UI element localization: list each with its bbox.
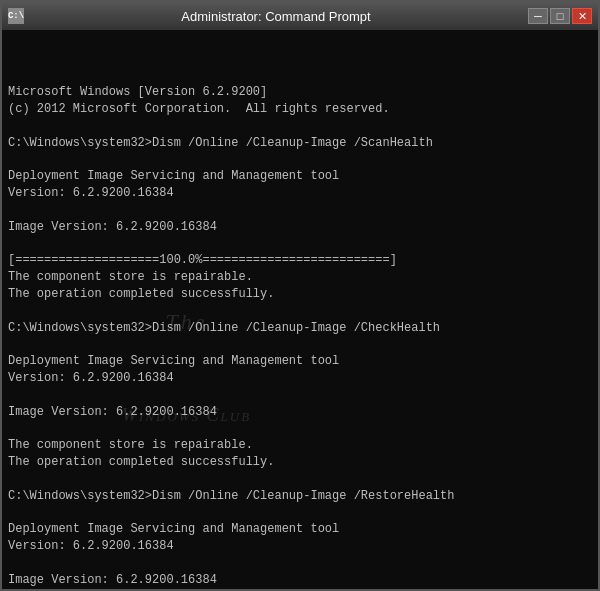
console-text-block: Microsoft Windows [Version 6.2.9200](c) … — [8, 84, 592, 589]
console-line — [8, 303, 592, 320]
console-output[interactable]: The Windows Club Microsoft Windows [Vers… — [2, 30, 598, 589]
console-line — [8, 202, 592, 219]
console-line: Version: 6.2.9200.16384 — [8, 185, 592, 202]
console-line: Image Version: 6.2.9200.16384 — [8, 219, 592, 236]
console-line: Image Version: 6.2.9200.16384 — [8, 572, 592, 589]
console-line: C:\Windows\system32>Dism /Online /Cleanu… — [8, 135, 592, 152]
console-line — [8, 420, 592, 437]
console-line: The component store is repairable. — [8, 269, 592, 286]
console-line — [8, 504, 592, 521]
console-line — [8, 152, 592, 169]
window-title: Administrator: Command Prompt — [24, 9, 528, 24]
console-line: [====================100.0%=============… — [8, 252, 592, 269]
title-bar: C:\ Administrator: Command Prompt ─ □ ✕ — [2, 2, 598, 30]
window-icon: C:\ — [8, 8, 24, 24]
console-wrapper: The Windows Club Microsoft Windows [Vers… — [2, 30, 598, 589]
console-line: Deployment Image Servicing and Managemen… — [8, 353, 592, 370]
console-line: Deployment Image Servicing and Managemen… — [8, 521, 592, 538]
console-line — [8, 336, 592, 353]
console-line: (c) 2012 Microsoft Corporation. All righ… — [8, 101, 592, 118]
console-line — [8, 555, 592, 572]
console-line: Microsoft Windows [Version 6.2.9200] — [8, 84, 592, 101]
console-line: The operation completed successfully. — [8, 454, 592, 471]
window-controls: ─ □ ✕ — [528, 8, 592, 24]
console-line — [8, 387, 592, 404]
console-line — [8, 236, 592, 253]
console-line: C:\Windows\system32>Dism /Online /Cleanu… — [8, 488, 592, 505]
console-line: Image Version: 6.2.9200.16384 — [8, 404, 592, 421]
console-line: Version: 6.2.9200.16384 — [8, 538, 592, 555]
close-button[interactable]: ✕ — [572, 8, 592, 24]
maximize-button[interactable]: □ — [550, 8, 570, 24]
console-line: C:\Windows\system32>Dism /Online /Cleanu… — [8, 320, 592, 337]
console-line — [8, 118, 592, 135]
console-line: Deployment Image Servicing and Managemen… — [8, 168, 592, 185]
console-line: The operation completed successfully. — [8, 286, 592, 303]
console-line — [8, 588, 592, 589]
console-line: Version: 6.2.9200.16384 — [8, 370, 592, 387]
command-prompt-window: C:\ Administrator: Command Prompt ─ □ ✕ … — [0, 0, 600, 591]
console-line: The component store is repairable. — [8, 437, 592, 454]
console-line — [8, 471, 592, 488]
minimize-button[interactable]: ─ — [528, 8, 548, 24]
